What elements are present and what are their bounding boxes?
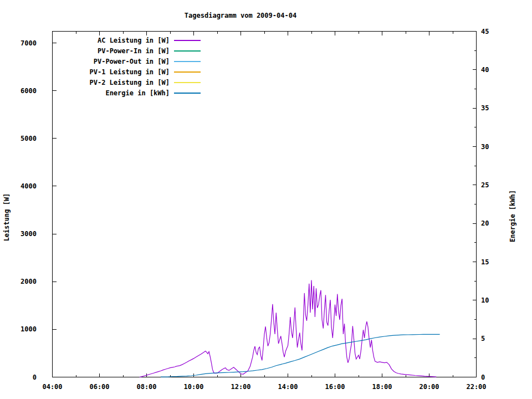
y-left-tick-label: 2000 [21, 278, 37, 285]
y-right-tick-label: 30 [481, 143, 489, 151]
y-right-tick-label: 40 [481, 66, 489, 74]
y-left-tick-label: 3000 [21, 230, 37, 238]
x-tick-label: 22:00 [466, 383, 486, 391]
y-right-tick-label: 5 [481, 335, 485, 342]
x-tick-label: 06:00 [89, 383, 109, 391]
legend-line [174, 50, 201, 52]
chart-canvas: Tagesdiagramm vom 2009-04-04 Leistung [W… [0, 0, 532, 399]
legend-item: AC Leistung in [W] [53, 35, 201, 45]
legend: AC Leistung in [W]PV-Power-In in [W]PV-P… [53, 35, 201, 98]
x-tick-label: 04:00 [42, 383, 62, 391]
legend-item: PV-Power-Out in [W] [53, 56, 201, 66]
y-left-tick-label: 4000 [21, 182, 37, 190]
legend-label: AC Leistung in [W] [53, 37, 170, 44]
y-right-tick-label: 10 [481, 296, 489, 304]
y-left-tick-label: 7000 [21, 39, 37, 47]
legend-line [174, 71, 201, 73]
y-right-tick-label: 15 [481, 258, 489, 266]
x-tick-label: 14:00 [278, 383, 298, 391]
x-tick-label: 12:00 [231, 383, 250, 391]
legend-item: Energie in [kWh] [53, 88, 201, 98]
legend-line [174, 61, 201, 62]
y-right-tick-label: 35 [481, 104, 489, 112]
x-tick-label: 10:00 [183, 383, 203, 391]
y-left-tick-label: 6000 [21, 87, 37, 95]
x-tick-label: 18:00 [372, 383, 392, 391]
y-right-tick-label: 0 [481, 374, 485, 381]
legend-item: PV-Power-In in [W] [53, 45, 201, 56]
y-right-tick-label: 25 [481, 181, 489, 189]
x-tick-label: 20:00 [419, 383, 439, 391]
y-right-tick-label: 20 [481, 219, 489, 227]
legend-item: PV-2 Leistung in [W] [53, 77, 201, 88]
y-left-tick-label: 5000 [21, 135, 37, 142]
legend-label: PV-Power-Out in [W] [53, 58, 170, 65]
legend-line [174, 82, 201, 83]
y-left-tick-label: 1000 [21, 325, 37, 333]
x-tick-label: 08:00 [136, 383, 156, 391]
legend-label: Energie in [kWh] [53, 89, 170, 97]
y-left-tick-label: 0 [33, 374, 37, 381]
legend-line [174, 93, 201, 94]
x-tick-label: 16:00 [325, 383, 345, 391]
y-right-tick-label: 45 [481, 28, 489, 35]
legend-label: PV-Power-In in [W] [53, 47, 170, 55]
legend-label: PV-2 Leistung in [W] [53, 79, 170, 86]
legend-item: PV-1 Leistung in [W] [53, 66, 201, 77]
legend-line [174, 40, 201, 41]
legend-label: PV-1 Leistung in [W] [53, 68, 170, 76]
